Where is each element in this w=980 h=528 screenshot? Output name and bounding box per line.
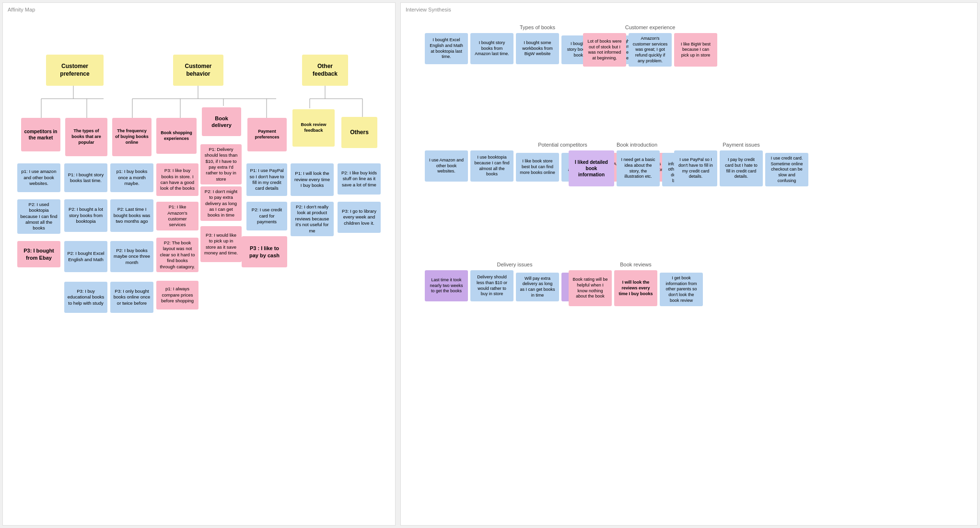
note-shopping-3: P2: The book layout was not clear so it … [156, 238, 198, 272]
left-panel-label: Affinity Map [8, 7, 35, 12]
subcat-book-review: Book review feedback [292, 109, 335, 147]
right-panel: Interview Synthesis Types of books I bou… [400, 2, 978, 526]
subcat-book-delivery: Book delivery [202, 107, 241, 136]
note-shopping-2: P1: I like Amazon's customer services [156, 202, 198, 230]
note-delivery-3: P3: I would like to pick up in store as … [200, 226, 242, 262]
r-note-comp-1: I use Amazon and other book websites. [425, 150, 468, 182]
note-shopping-4: p1: I always compare prices before shopp… [156, 281, 198, 310]
payment-notes-grid: I use PayPal so I don't have to fill in … [674, 150, 808, 186]
note-payment-1: P1: I use PayPal so I don't have to fill… [246, 163, 287, 196]
cat-customer-behavior: Customer behavior [173, 55, 223, 86]
note-freq-1: p1: I buy books once a month maybe. [110, 163, 153, 192]
r-note-cust-exp-2: Amazon's customer services was great; I … [629, 33, 672, 67]
note-types-4: P3: I buy educational books to help with… [64, 282, 107, 313]
r-note-rev-3: I get book information from other parent… [660, 273, 703, 306]
r-note-pay-3: I use credit card. Sometime online check… [765, 153, 808, 186]
subcat-others: Others [341, 117, 377, 148]
r-note-pay-1: I use PayPal so I don't have to fill in … [674, 150, 717, 186]
r-note-types-1: I bought Excel English and Math at bookt… [425, 33, 468, 64]
note-types-3: P2: I bought Excel English and Math [64, 241, 107, 272]
note-freq-4: P3: I only bought books online once or t… [110, 282, 153, 313]
reviews-notes-grid: Book rating will be helpful when I know … [569, 270, 703, 306]
subcat-payment-pref: Payment preferences [247, 118, 287, 151]
main-container: Affinity Map Customer preference [0, 0, 980, 528]
r-note-cust-exp-1: Lot of books were out of stock but I was… [583, 33, 626, 67]
cat-customer-preference: Customer preference [46, 55, 104, 86]
section-customer-experience: Customer experience Lot of books were ou… [583, 24, 717, 67]
note-others-1: P2: I like buy kids stuff on line as it … [338, 163, 381, 195]
section-title-payment: Payment issues [674, 142, 808, 148]
r-note-comp-2: I use booktopia because I can find almos… [470, 150, 513, 182]
r-note-cust-exp-3: I like BigW best because I can pick up i… [674, 33, 717, 67]
r-note-del-2: Delivery should less than $10 or would r… [470, 270, 513, 301]
r-note-rev-1: Book rating will be helpful when I know … [569, 270, 612, 306]
note-competitors-1: p1: I use amazon and other book websites… [17, 163, 60, 192]
r-note-rev-2: I will look the reviews every time I buy… [614, 270, 657, 306]
r-note-types-2: I bought story books from Amazon last ti… [470, 33, 513, 64]
note-shopping-1: P3: I like buy books in store. I can hav… [156, 163, 198, 196]
subcat-book-shopping: Book shopping experiences [156, 118, 197, 154]
note-review-1: P1: I will look the review every time I … [291, 163, 334, 196]
note-types-2: P2: I bought a lot story books from book… [64, 199, 107, 232]
r-note-del-1: Last time it took nearly two weeks to ge… [425, 270, 468, 301]
right-panel-label: Interview Synthesis [406, 7, 451, 12]
cat-other-feedback: Other feedback [302, 55, 348, 86]
note-delivery-2: P2: I don't might to pay extra delivery … [200, 186, 242, 221]
section-title-reviews: Book reviews [569, 262, 703, 267]
note-freq-3: P2: I buy books maybe once three month [110, 241, 153, 272]
note-payment-3: P3 : I like to pay by cash [242, 236, 287, 267]
customer-exp-notes-grid: Lot of books were out of stock but I was… [583, 33, 717, 67]
r-note-types-3: I bought some workbooks from BigW websit… [516, 33, 559, 64]
section-title-customer-exp: Customer experience [583, 24, 717, 30]
note-review-2: P2: I don't really look at product revie… [291, 202, 334, 236]
r-note-intro-1: I liked detailed book information [569, 150, 614, 186]
note-competitors-3: P3: I bought from Ebay [17, 241, 60, 267]
left-panel: Affinity Map Customer preference [2, 2, 396, 526]
r-note-intro-2: I need get a basic idea about the story,… [617, 150, 660, 186]
r-note-del-3: Will pay extra delivery as long as I can… [516, 273, 559, 301]
note-others-2: P3: I go to library every week and child… [338, 202, 381, 233]
note-types-1: P1: I bought story books last time. [64, 163, 107, 192]
section-book-reviews: Book reviews Book rating will be helpful… [569, 262, 703, 306]
subcat-competitors: competitors in the market [21, 118, 60, 151]
subcat-types-books: The types of books that are popular [65, 118, 107, 156]
note-freq-2: P2: Last time I bought books was two mon… [110, 199, 153, 232]
r-note-pay-2: I pay by credit card but I hate to fill … [720, 150, 763, 186]
subcat-frequency: The frequency of buying books online [112, 118, 152, 156]
r-note-comp-3: I like book store best but can find more… [516, 153, 559, 182]
note-competitors-2: P2: I used booktopia because I can find … [17, 199, 60, 234]
section-payment-issues: Payment issues I use PayPal so I don't h… [674, 142, 808, 186]
note-payment-2: P2: I use credit card for payments [246, 202, 287, 230]
note-delivery-1: P1: Delivery should less than $10, if I … [200, 144, 242, 184]
